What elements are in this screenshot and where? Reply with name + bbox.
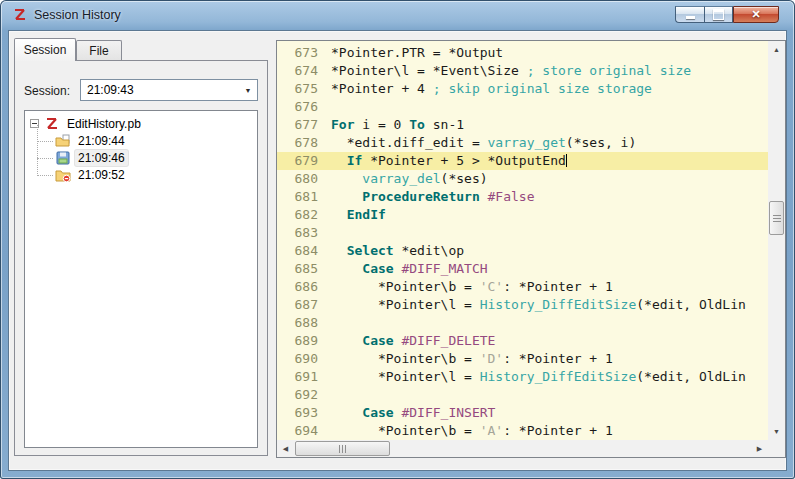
code-token: *edit\op bbox=[394, 243, 464, 258]
line-number: 685 bbox=[277, 260, 322, 278]
code-token: Case bbox=[362, 261, 393, 276]
code-token: #DIFF_DELETE bbox=[401, 333, 495, 348]
vertical-scrollbar-thumb[interactable] bbox=[769, 201, 784, 235]
code-text: Case #DIFF_DELETE bbox=[322, 332, 495, 350]
code-token: : *Pointer + 1 bbox=[503, 423, 613, 438]
line-number: 673 bbox=[277, 44, 322, 62]
code-text bbox=[322, 314, 331, 332]
code-line: 691 *Pointer\l = History_DiffEditSize(*e… bbox=[277, 368, 768, 386]
line-number: 675 bbox=[277, 80, 322, 98]
session-dropdown-value: 21:09:43 bbox=[81, 83, 239, 97]
tree-item-label: EditHistory.pb bbox=[64, 116, 144, 132]
minimize-button[interactable] bbox=[675, 6, 704, 23]
line-number: 678 bbox=[277, 134, 322, 152]
thumb-grip-icon bbox=[339, 445, 346, 453]
session-label: Session: bbox=[24, 84, 70, 98]
line-number: 682 bbox=[277, 206, 322, 224]
code-line: 683 bbox=[277, 224, 768, 242]
code-token bbox=[331, 189, 362, 204]
maximize-button[interactable] bbox=[704, 6, 733, 23]
line-number: 687 bbox=[277, 296, 322, 314]
close-icon: ✕ bbox=[751, 9, 760, 20]
scroll-down-arrow-icon[interactable]: ▼ bbox=[768, 423, 785, 440]
horizontal-scrollbar-thumb[interactable] bbox=[295, 441, 390, 456]
code-line: 680 varray_del(*ses) bbox=[277, 170, 768, 188]
code-text: *Pointer.PTR = *Output bbox=[322, 44, 503, 62]
code-line: 693 Case #DIFF_INSERT bbox=[277, 404, 768, 422]
tree-connector-line bbox=[37, 125, 38, 176]
code-line: 677For i = 0 To sn-1 bbox=[277, 116, 768, 134]
vertical-scrollbar[interactable]: ▲ ▼ bbox=[768, 41, 785, 440]
maximize-icon bbox=[713, 9, 724, 20]
code-line: 692 bbox=[277, 386, 768, 404]
code-area[interactable]: 673*Pointer.PTR = *Output674*Pointer\l =… bbox=[277, 41, 768, 440]
code-token: : *Pointer + 1 bbox=[503, 351, 613, 366]
app-logo-icon bbox=[12, 7, 28, 23]
scroll-up-arrow-icon[interactable]: ▲ bbox=[768, 41, 785, 58]
line-number: 674 bbox=[277, 62, 322, 80]
tab-file[interactable]: File bbox=[76, 40, 122, 61]
tab-session[interactable]: Session bbox=[14, 38, 76, 61]
code-token: ProcedureReturn bbox=[362, 189, 479, 204]
code-token: (*edit, OldLin bbox=[636, 369, 746, 384]
code-text bbox=[322, 224, 331, 242]
code-text: *Pointer\l = *Event\Size ; store origina… bbox=[322, 62, 691, 80]
code-token: If bbox=[347, 153, 363, 168]
code-line: 686 *Pointer\b = 'C': *Pointer + 1 bbox=[277, 278, 768, 296]
scrollbar-corner bbox=[768, 440, 785, 457]
session-history-window: Session History ✕ Session File Session: … bbox=[0, 0, 795, 479]
tree-item-label: 21:09:44 bbox=[75, 133, 128, 149]
code-token: History_DiffEditSize bbox=[480, 297, 637, 312]
tree-item-label: 21:09:46 bbox=[75, 150, 128, 166]
code-token: : *Pointer + 1 bbox=[503, 279, 613, 294]
line-number: 686 bbox=[277, 278, 322, 296]
line-number: 688 bbox=[277, 314, 322, 332]
window-title: Session History bbox=[34, 8, 121, 22]
code-token bbox=[331, 405, 362, 420]
chevron-down-icon[interactable]: ▼ bbox=[239, 87, 257, 94]
code-text: *Pointer + 4 ; skip original size storag… bbox=[322, 80, 652, 98]
code-token: Case bbox=[362, 333, 393, 348]
code-editor[interactable]: 673*Pointer.PTR = *Output674*Pointer\l =… bbox=[276, 40, 786, 458]
code-token: *Pointer + 5 > *OutputEnd bbox=[362, 153, 566, 168]
code-text: EndIf bbox=[322, 206, 386, 224]
code-token: *Pointer.PTR = *Output bbox=[331, 45, 503, 60]
code-token: *Pointer\l = bbox=[331, 297, 480, 312]
session-tree[interactable]: EditHistory.pb 21:09:4421:09:4621:09:52 bbox=[24, 110, 258, 448]
line-number: 679 bbox=[277, 152, 322, 170]
code-line: 674*Pointer\l = *Event\Size ; store orig… bbox=[277, 62, 768, 80]
scroll-right-arrow-icon[interactable]: ▶ bbox=[751, 440, 768, 457]
line-number: 694 bbox=[277, 422, 322, 440]
code-text: *Pointer\l = History_DiffEditSize(*edit,… bbox=[322, 296, 746, 314]
code-token: (*ses, i) bbox=[566, 135, 636, 150]
horizontal-scrollbar[interactable]: ◀ ▶ bbox=[277, 440, 768, 457]
code-text: For i = 0 To sn-1 bbox=[322, 116, 464, 134]
folder-delete-icon bbox=[55, 167, 71, 183]
session-dropdown[interactable]: 21:09:43 ▼ bbox=[80, 79, 258, 101]
thumb-grip-icon bbox=[773, 215, 781, 222]
code-token: *Pointer\b = bbox=[331, 423, 480, 438]
code-token bbox=[480, 189, 488, 204]
line-number: 676 bbox=[277, 98, 322, 116]
code-text: ProcedureReturn #False bbox=[322, 188, 535, 206]
close-button[interactable]: ✕ bbox=[733, 6, 779, 23]
tree-item-root[interactable]: EditHistory.pb bbox=[25, 115, 144, 132]
tree-connector-line bbox=[37, 158, 53, 159]
code-text bbox=[322, 98, 331, 116]
tree-item-label: 21:09:52 bbox=[75, 167, 128, 183]
line-number: 690 bbox=[277, 350, 322, 368]
code-token: EndIf bbox=[347, 207, 386, 222]
code-token: *Pointer\b = bbox=[331, 279, 480, 294]
code-line: 694 *Pointer\b = 'A': *Pointer + 1 bbox=[277, 422, 768, 440]
code-token: varray_del bbox=[362, 171, 440, 186]
code-line: 685 Case #DIFF_MATCH bbox=[277, 260, 768, 278]
code-text: Case #DIFF_INSERT bbox=[322, 404, 495, 422]
line-number: 677 bbox=[277, 116, 322, 134]
code-token: Case bbox=[362, 405, 393, 420]
tree-connector-line bbox=[37, 141, 53, 142]
scroll-left-arrow-icon[interactable]: ◀ bbox=[277, 440, 294, 457]
code-text: *Pointer\b = 'C': *Pointer + 1 bbox=[322, 278, 613, 296]
code-text: *Pointer\b = 'D': *Pointer + 1 bbox=[322, 350, 613, 368]
code-token: 'D' bbox=[480, 351, 503, 366]
code-token: ; skip original size storage bbox=[433, 81, 652, 96]
